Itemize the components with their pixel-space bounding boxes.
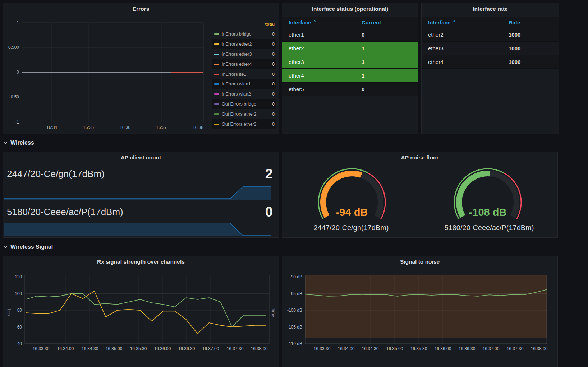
- panel-title-rx-signal[interactable]: Rx signal strength over channels: [3, 259, 279, 265]
- panel-title-ap-noise-floor[interactable]: AP noise floor: [282, 154, 557, 161]
- panel-title-errors[interactable]: Errors: [3, 6, 279, 12]
- legend-rows: InErrors bridge0 InErrors ether20 InErro…: [212, 29, 276, 129]
- table-row: ether41000: [422, 55, 559, 69]
- column-header-label: Rate: [509, 19, 520, 25]
- legend-item[interactable]: InErrors wlan10: [212, 79, 276, 89]
- column-header-label: Current: [362, 19, 381, 25]
- interface-cell: ether4: [282, 69, 357, 83]
- panel-title-interface-status[interactable]: Interface status (operational): [282, 6, 418, 12]
- chevron-down-icon: [4, 141, 8, 145]
- svg-text:-95 dB: -95 dB: [290, 291, 302, 296]
- series-total-value: 0: [272, 32, 275, 37]
- table-row: ether41: [282, 69, 418, 83]
- svg-text:16:36:30: 16:36:30: [178, 346, 195, 351]
- svg-text:16:35:00: 16:35:00: [106, 346, 123, 351]
- svg-text:16:37:00: 16:37:00: [483, 346, 500, 351]
- svg-text:16:34:00: 16:34:00: [338, 346, 355, 351]
- series-total-value: 0: [272, 72, 275, 77]
- svg-text:100: 100: [15, 291, 22, 296]
- current-cell: 0: [357, 28, 418, 42]
- current-cell: 1: [357, 69, 418, 83]
- series-label: InErrors ether3: [222, 52, 272, 57]
- row-header-wireless-signal[interactable]: Wireless Signal: [4, 242, 53, 252]
- legend-item[interactable]: Out Errors ether20: [212, 109, 276, 119]
- series-total-value: 0: [272, 122, 275, 127]
- interface-cell: ether3: [282, 55, 357, 69]
- svg-text:1: 1: [17, 20, 19, 25]
- svg-text:0.500: 0.500: [8, 45, 19, 50]
- interface-rate-table: Interface^ Rate ether21000 ether31000 et…: [422, 17, 559, 69]
- interface-cell: ether2: [282, 42, 357, 55]
- svg-text:60: 60: [17, 325, 22, 330]
- table-row: ether50: [282, 83, 418, 96]
- interface-cell: ether3: [422, 42, 504, 55]
- svg-text:16:37:30: 16:37:30: [227, 346, 244, 351]
- svg-text:16:38:00: 16:38:00: [531, 346, 548, 351]
- legend-item[interactable]: InErrors bridge0: [212, 29, 276, 39]
- legend-item[interactable]: InErrors ether30: [212, 49, 276, 59]
- series-label: InErrors wlan2: [222, 92, 272, 97]
- series-color-icon: [214, 93, 219, 95]
- svg-text:-110 dB: -110 dB: [288, 341, 302, 346]
- column-header-interface[interactable]: Interface^: [422, 17, 504, 28]
- svg-text:16:38: 16:38: [193, 125, 203, 130]
- series-color-icon: [214, 103, 219, 105]
- legend-item[interactable]: InErrors lte10: [212, 69, 276, 79]
- interface-cell: ether4: [422, 55, 504, 69]
- column-header-rate[interactable]: Rate: [504, 17, 559, 28]
- svg-text:-90 dB: -90 dB: [290, 274, 302, 279]
- svg-text:0: 0: [17, 70, 19, 75]
- svg-text:16:33:30: 16:33:30: [314, 346, 331, 351]
- series-label: InErrors ether4: [222, 62, 272, 67]
- series-total-value: 0: [272, 112, 275, 117]
- svg-text:-0.50: -0.50: [9, 94, 19, 99]
- legend-item[interactable]: Out Errors bridge0: [212, 99, 276, 109]
- panel-title-interface-rate[interactable]: Interface rate: [422, 6, 559, 12]
- legend-item[interactable]: Out Errors ether30: [212, 119, 276, 129]
- row-header-wireless[interactable]: Wireless: [4, 138, 34, 148]
- series-color-icon: [214, 124, 219, 125]
- panel-ap-noise-floor: AP noise floor -94 dB 2447/20-Ce/gn(17dB…: [282, 152, 558, 238]
- table-row: ether10: [282, 28, 418, 42]
- series-label: InErrors wlan1: [222, 82, 272, 87]
- legend-total-column-header[interactable]: total: [212, 20, 276, 29]
- panel-interface-rate: Interface rate Interface^ Rate ether2100…: [421, 3, 559, 134]
- section-title: Wireless Signal: [10, 244, 53, 250]
- interface-status-table: Interface^ Current ether10 ether21 ether…: [282, 17, 418, 96]
- svg-text:16:35:30: 16:35:30: [410, 346, 427, 351]
- legend-item[interactable]: InErrors ether40: [212, 59, 276, 69]
- series-label: InErrors lte1: [222, 72, 272, 77]
- panel-interface-status: Interface status (operational) Interface…: [282, 3, 418, 134]
- column-header-label: Interface: [428, 19, 451, 25]
- series-label: InErrors ether2: [222, 42, 272, 47]
- sort-asc-icon: ^: [453, 20, 455, 24]
- svg-text:80: 80: [17, 308, 22, 313]
- current-cell: 0: [357, 83, 418, 96]
- svg-text:16:36:30: 16:36:30: [459, 346, 476, 351]
- svg-text:16:35:00: 16:35:00: [386, 346, 403, 351]
- series-label: Out Errors ether2: [222, 112, 272, 117]
- series-label: InErrors bridge: [222, 32, 272, 37]
- legend-item[interactable]: InErrors wlan20: [212, 89, 276, 99]
- panel-title-signal-to-noise[interactable]: Signal to noise: [282, 259, 557, 265]
- legend-item[interactable]: InErrors ether20: [212, 39, 276, 49]
- gauge-value: -108 dB: [452, 206, 524, 218]
- rx-signal-chart-canvas: 12010080604016:33:3016:34:0016:34:3016:3…: [3, 256, 279, 367]
- svg-text:16:34: 16:34: [46, 125, 57, 130]
- chevron-down-icon: [4, 245, 8, 249]
- rate-cell: 1000: [504, 28, 559, 42]
- panel-title-ap-client-count[interactable]: AP client count: [3, 154, 279, 161]
- table-row: ether21000: [422, 28, 559, 42]
- gauge-ssid-label: 5180/20-Ceee/ac/P(17dBm): [420, 224, 558, 232]
- current-cell: 1: [357, 55, 418, 69]
- client-count-sparkline: [3, 222, 272, 237]
- gauge-value: -94 dB: [316, 206, 388, 218]
- series-color-icon: [214, 33, 219, 35]
- column-header-interface[interactable]: Interface^: [282, 17, 357, 28]
- svg-text:40: 40: [17, 341, 22, 346]
- rate-cell: 1000: [504, 55, 559, 69]
- svg-text:-100 dB: -100 dB: [287, 308, 302, 313]
- column-header-current[interactable]: Current: [357, 17, 418, 28]
- svg-text:16:35:30: 16:35:30: [130, 346, 147, 351]
- ap-ssid-label: 5180/20-Ceee/ac/P(17dBm): [7, 206, 123, 218]
